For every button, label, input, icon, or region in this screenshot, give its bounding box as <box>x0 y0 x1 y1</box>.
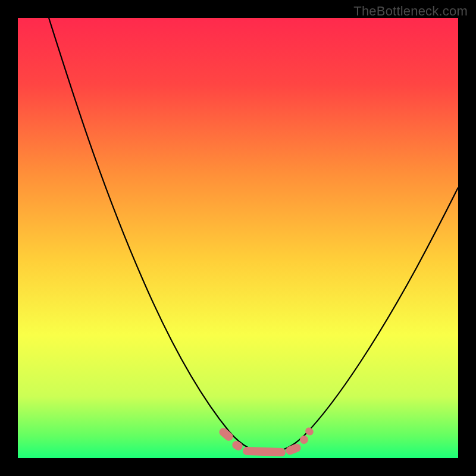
watermark-text: TheBottleneck.com <box>353 4 468 19</box>
bottleneck-curve <box>18 18 458 458</box>
plot-area <box>18 18 458 458</box>
optimal-range-segment <box>243 447 286 457</box>
